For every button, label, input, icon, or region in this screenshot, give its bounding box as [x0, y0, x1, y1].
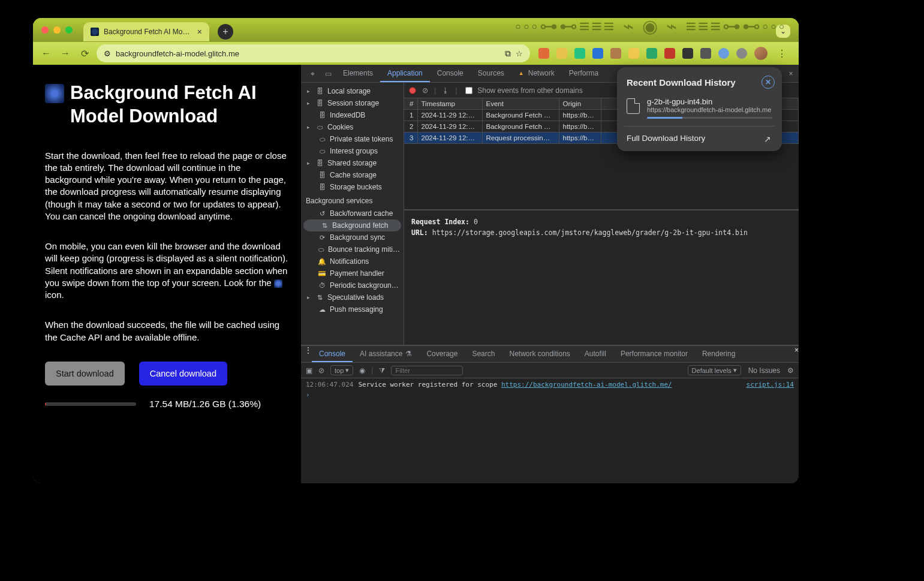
drawer-tab-search[interactable]: Search: [465, 346, 502, 362]
extension-icons: ⋮: [535, 46, 793, 61]
devtools-close-icon[interactable]: ×: [783, 65, 799, 82]
drawer-tab-performance-monitor[interactable]: Performance monitor: [613, 346, 695, 362]
save-button[interactable]: ⭳: [442, 86, 449, 95]
log-levels-selector[interactable]: Default levels ▾: [688, 365, 741, 375]
tab-performance[interactable]: Performa: [562, 65, 606, 82]
download-source: https://backgroundfetch-ai-model.glitch.…: [647, 106, 772, 113]
page-paragraph: When the download succeeds, the file wil…: [45, 319, 288, 344]
sidebar-item-push-messaging[interactable]: ☁Push messaging: [301, 303, 404, 315]
profile-avatar[interactable]: [754, 47, 768, 60]
table-header-index[interactable]: #: [404, 98, 417, 110]
sidebar-item-notifications[interactable]: 🔔Notifications: [301, 255, 404, 267]
console-prompt[interactable]: ›: [306, 389, 794, 399]
cell-timestamp: 2024-11-29 12:…: [417, 133, 482, 144]
forward-button[interactable]: →: [58, 46, 73, 61]
sidebar-item-periodic-background[interactable]: ⏱Periodic backgroun…: [301, 279, 404, 291]
window-controls: [41, 26, 73, 34]
popup-close-button[interactable]: ✕: [762, 76, 775, 89]
device-toolbar-icon[interactable]: ▭: [320, 65, 336, 82]
progress-row: 17.54 MB/1.26 GB (1.36%): [45, 399, 288, 410]
log-source-link[interactable]: script.js:14: [747, 381, 794, 389]
tab-network[interactable]: Network: [511, 65, 562, 82]
table-header-timestamp[interactable]: Timestamp: [417, 98, 482, 110]
inspect-element-icon[interactable]: ⌖: [305, 65, 320, 82]
back-button[interactable]: ←: [39, 46, 53, 61]
execution-context-selector[interactable]: top ▾: [330, 365, 353, 375]
clear-button[interactable]: ⊘: [422, 86, 428, 95]
tab-console[interactable]: Console: [430, 65, 471, 82]
extension-icon[interactable]: [628, 48, 639, 59]
site-settings-icon[interactable]: ⚙︎: [104, 49, 111, 58]
extension-icon[interactable]: [664, 48, 675, 59]
drawer-tab-console[interactable]: Console: [312, 346, 353, 362]
extension-icon[interactable]: [556, 48, 567, 59]
drawer-tab-bar: ⋮ Console AI assistance ⚗ Coverage Searc…: [301, 346, 799, 363]
full-download-history-link[interactable]: Full Download History ↗: [617, 128, 782, 149]
drawer-tab-rendering[interactable]: Rendering: [695, 346, 742, 362]
table-header-event[interactable]: Event: [482, 98, 559, 110]
drawer-tab-autofill[interactable]: Autofill: [577, 346, 613, 362]
downloads-icon[interactable]: [718, 48, 729, 59]
extension-icon[interactable]: [700, 48, 711, 59]
extension-icon[interactable]: [682, 48, 693, 59]
sidebar-item-background-fetch[interactable]: ⇅Background fetch: [303, 219, 401, 231]
sidebar-item-background-sync[interactable]: ⟳Background sync: [301, 231, 404, 243]
show-other-domains-checkbox[interactable]: Show events from other domains: [463, 85, 582, 96]
console-sidebar-toggle-icon[interactable]: ▣: [306, 366, 312, 375]
start-download-button[interactable]: Start download: [45, 362, 125, 386]
console-output[interactable]: 12:06:47.024 Service worker registered f…: [301, 378, 799, 483]
log-link[interactable]: https://backgroundfetch-ai-model.glitch.…: [501, 381, 672, 389]
extension-icon[interactable]: [592, 48, 603, 59]
drawer-tab-network-conditions[interactable]: Network conditions: [502, 346, 577, 362]
minimize-window-button[interactable]: [53, 26, 61, 34]
sidebar-item-cookies[interactable]: ▸⬭Cookies: [301, 121, 404, 133]
browser-tab[interactable]: Background Fetch AI Model D ×: [83, 22, 209, 41]
tab-application[interactable]: Application: [380, 65, 430, 82]
drawer-more-icon[interactable]: ⋮: [305, 346, 312, 362]
sidebar-item-cache-storage[interactable]: 🗄Cache storage: [301, 169, 404, 181]
cell-event: Background Fetch …: [482, 121, 559, 133]
extensions-puzzle-icon[interactable]: [736, 48, 747, 59]
tab-sources[interactable]: Sources: [471, 65, 511, 82]
extension-icon[interactable]: [646, 48, 657, 59]
live-expression-icon[interactable]: ◉: [359, 366, 365, 375]
close-window-button[interactable]: [41, 26, 49, 34]
sidebar-item-private-state-tokens[interactable]: ⬭Private state tokens: [301, 133, 404, 145]
table-header-origin[interactable]: Origin: [559, 98, 601, 110]
sidebar-item-local-storage[interactable]: ▸🗄Local storage: [301, 85, 404, 97]
cell-origin: https://bac…: [559, 133, 601, 144]
extension-icon[interactable]: [574, 48, 585, 59]
drawer-tab-coverage[interactable]: Coverage: [419, 346, 465, 362]
drawer-close-icon[interactable]: ×: [794, 346, 799, 362]
sidebar-item-indexeddb[interactable]: 🗄IndexedDB: [301, 109, 404, 121]
console-clear-icon[interactable]: ⊘: [318, 366, 324, 375]
reload-button[interactable]: ⟳: [77, 46, 92, 61]
download-item[interactable]: g-2b-it-gpu-int4.bin https://backgroundf…: [617, 94, 782, 125]
maximize-window-button[interactable]: [65, 26, 73, 34]
sidebar-item-session-storage[interactable]: ▸🗄Session storage: [301, 97, 404, 109]
sidebar-item-storage-buckets[interactable]: 🗄Storage buckets: [301, 181, 404, 193]
new-tab-button[interactable]: +: [218, 24, 233, 40]
record-button[interactable]: [409, 87, 416, 94]
sidebar-item-shared-storage[interactable]: ▸🗄Shared storage: [301, 157, 404, 169]
console-settings-icon[interactable]: ⚙: [787, 366, 794, 375]
sidebar-item-payment-handler[interactable]: 💳Payment handler: [301, 267, 404, 279]
sidebar-item-speculative-loads[interactable]: ▸⇅Speculative loads: [301, 291, 404, 303]
sidebar-item-interest-groups[interactable]: ⬭Interest groups: [301, 145, 404, 157]
console-filter-input[interactable]: [391, 366, 463, 375]
browser-menu-icon[interactable]: ⋮: [775, 46, 789, 61]
issues-badge[interactable]: No Issues: [748, 366, 780, 375]
extension-icon[interactable]: [610, 48, 621, 59]
sidebar-item-bounce-tracking[interactable]: ⬭Bounce tracking miti…: [301, 243, 404, 255]
omnibox[interactable]: ⚙︎ backgroundfetch-ai-model.glitch.me ⧉ …: [97, 44, 530, 62]
tab-close-icon[interactable]: ×: [197, 27, 202, 37]
bookmark-icon[interactable]: ☆: [516, 49, 523, 58]
cancel-download-button[interactable]: Cancel download: [139, 362, 227, 386]
sidebar-section-background-services: Background services: [301, 193, 404, 207]
log-message: Service worker registered for scope http…: [358, 381, 672, 389]
tab-elements[interactable]: Elements: [336, 65, 380, 82]
extension-icon[interactable]: [538, 48, 549, 59]
drawer-tab-ai[interactable]: AI assistance ⚗: [353, 346, 419, 362]
sidebar-item-back-forward-cache[interactable]: ↺Back/forward cache: [301, 207, 404, 219]
install-app-icon[interactable]: ⧉: [505, 49, 511, 59]
